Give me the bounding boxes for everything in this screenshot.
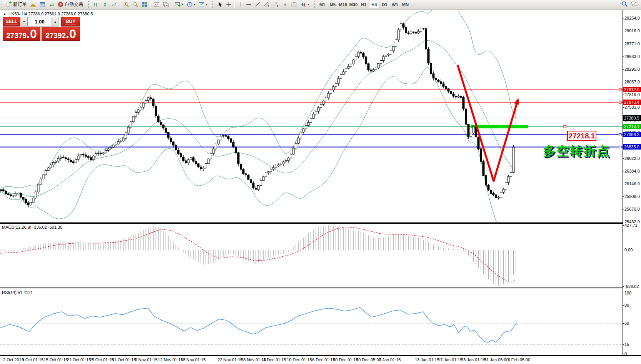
toolbar-grip[interactable] xyxy=(212,1,214,8)
zoom-out-button[interactable] xyxy=(131,0,140,8)
timeframe-button-h4[interactable]: H4 xyxy=(369,1,379,8)
toolbar-separator xyxy=(172,1,172,8)
equidistant-channel-button[interactable]: E xyxy=(262,0,271,8)
bar-chart-button[interactable] xyxy=(91,0,100,8)
axis-tick xyxy=(623,69,624,70)
axis-tick xyxy=(623,31,624,31)
arrows-tools-button[interactable]: ▾ xyxy=(299,0,310,8)
toolbar-grip[interactable] xyxy=(314,1,316,8)
zoom-in-button[interactable] xyxy=(122,0,131,8)
text-label-button[interactable]: T xyxy=(289,0,299,8)
toolbar-grip[interactable] xyxy=(2,1,3,8)
rsi-scale-label: 50 xyxy=(624,321,629,326)
signals-icon xyxy=(48,2,55,8)
volume-input[interactable] xyxy=(27,17,52,27)
timeframe-button-d1[interactable]: D1 xyxy=(379,1,390,8)
axis-tick xyxy=(623,82,624,82)
sell-price-main: 27379 xyxy=(6,29,27,42)
rsi-indicator-pane[interactable] xyxy=(0,289,623,355)
macd-chart[interactable] xyxy=(0,224,623,288)
timeframe-button-m30[interactable]: M30 xyxy=(348,1,359,8)
crosshair-button[interactable] xyxy=(224,0,233,8)
trendline-button[interactable] xyxy=(253,0,262,8)
volume-increase-button[interactable]: ▲ xyxy=(52,17,58,27)
tile-windows-icon xyxy=(142,2,148,8)
timeframe-button-mn[interactable]: MN xyxy=(400,1,411,8)
new-order-button[interactable]: 新订单 xyxy=(5,0,28,8)
macd-indicator-pane[interactable] xyxy=(0,224,623,288)
zoom-out-icon xyxy=(132,2,139,8)
axis-tick xyxy=(623,209,624,209)
signals-button[interactable] xyxy=(47,0,56,8)
cursor-button[interactable] xyxy=(215,0,224,8)
new-chart-icon xyxy=(175,2,181,8)
timeframe-button-m1[interactable]: M1 xyxy=(317,1,327,8)
svg-text:F: F xyxy=(277,5,279,7)
rsi-scale-label: 80 xyxy=(624,303,629,307)
arrows-tools-icon xyxy=(300,2,306,8)
vertical-line-icon xyxy=(237,2,243,7)
candlestick-chart-button[interactable] xyxy=(100,0,110,8)
sell-button[interactable]: SELL xyxy=(3,17,20,27)
vertical-line-button[interactable] xyxy=(236,0,244,8)
arrange-windows-button[interactable] xyxy=(161,0,170,8)
timeframe-button-h1[interactable]: H1 xyxy=(359,1,369,8)
profiles-button[interactable] xyxy=(28,0,38,8)
date-tick-label: 31 Oct 01:15 xyxy=(112,357,136,362)
auto-arrange-button[interactable] xyxy=(152,0,161,8)
rsi-scale-label: 100 xyxy=(624,291,631,295)
date-tick-label: 28 Nov 01:15 xyxy=(241,357,266,362)
timeframe-button-w1[interactable]: W1 xyxy=(390,1,400,8)
text-button[interactable]: A xyxy=(280,0,289,8)
svg-text:E: E xyxy=(268,5,270,7)
collapse-panel-icon[interactable]: ▲ xyxy=(3,12,6,16)
new-chart-button[interactable]: ▾ xyxy=(173,0,185,8)
autotrading-button[interactable]: 自动交易 xyxy=(56,0,85,8)
axis-tick xyxy=(623,95,624,95)
clock-icon xyxy=(187,2,193,8)
toolbar-separator xyxy=(234,1,235,8)
buy-price-button[interactable]: 27392 .0 xyxy=(42,27,80,41)
rsi-scale-label: 15 xyxy=(624,342,629,347)
toolbar-grip[interactable] xyxy=(88,1,90,8)
timeframe-button-m15[interactable]: M15 xyxy=(338,1,348,8)
date-tick-label: 21 Oct 01:15 xyxy=(67,357,91,362)
timeframe-button-m5[interactable]: M5 xyxy=(327,1,338,8)
market-watch-button[interactable] xyxy=(38,0,47,8)
period-button[interactable]: ▾ xyxy=(185,0,197,8)
tile-windows-button[interactable] xyxy=(140,0,149,8)
date-tick-label: 15 Oct 01:15 xyxy=(44,357,68,362)
sell-price-pips: .0 xyxy=(27,27,37,40)
toolbar-separator xyxy=(120,1,120,8)
axis-tick xyxy=(623,286,624,287)
price-level-label: 27218.1 xyxy=(623,124,641,129)
cursor-arrow-icon xyxy=(217,2,223,7)
price-chart-pane[interactable] xyxy=(0,10,623,222)
autotrading-label: 自动交易 xyxy=(65,1,83,8)
price-tick-label: 27581.0 xyxy=(624,105,640,110)
fibonacci-button[interactable]: F xyxy=(271,0,280,8)
symbol-title: ▲ HK50-,H4 27286.0 27561.0 27286.0 27380… xyxy=(3,12,93,16)
line-chart-button[interactable] xyxy=(110,0,119,8)
chat-icon[interactable] xyxy=(631,1,639,9)
rsi-chart[interactable] xyxy=(0,289,623,355)
search-icon[interactable] xyxy=(621,1,628,9)
sell-price-button[interactable]: 27379 .0 xyxy=(3,27,40,41)
price-axis[interactable]: 29254.029016.028771.028533.028295.028057… xyxy=(623,10,641,355)
rsi-scale-label: 0 xyxy=(624,351,627,356)
price-level-label: 27912.0 xyxy=(623,87,641,92)
candlestick-chart[interactable] xyxy=(0,10,623,222)
volume-decrease-button[interactable]: ▼ xyxy=(21,17,27,27)
buy-button[interactable]: BUY xyxy=(61,17,80,27)
price-callout-label: 27218.1 xyxy=(567,131,596,141)
date-tick-label: 25 Oct 01:15 xyxy=(90,357,114,362)
date-tick-label: 30 Dec 05:00 xyxy=(356,357,381,362)
axis-tick xyxy=(623,107,624,108)
time-axis[interactable]: 2 Oct 20199 Oct 01:1515 Oct 01:1521 Oct … xyxy=(0,356,641,364)
price-tick-label: 28057.0 xyxy=(624,80,640,84)
template-button[interactable]: ▾ xyxy=(197,0,209,8)
price-tick-label: 29016.0 xyxy=(624,28,640,33)
pivot-point-annotation: 多空转折点 xyxy=(543,143,610,160)
horizontal-line-button[interactable] xyxy=(244,0,253,8)
new-order-label: 新订单 xyxy=(13,1,27,8)
